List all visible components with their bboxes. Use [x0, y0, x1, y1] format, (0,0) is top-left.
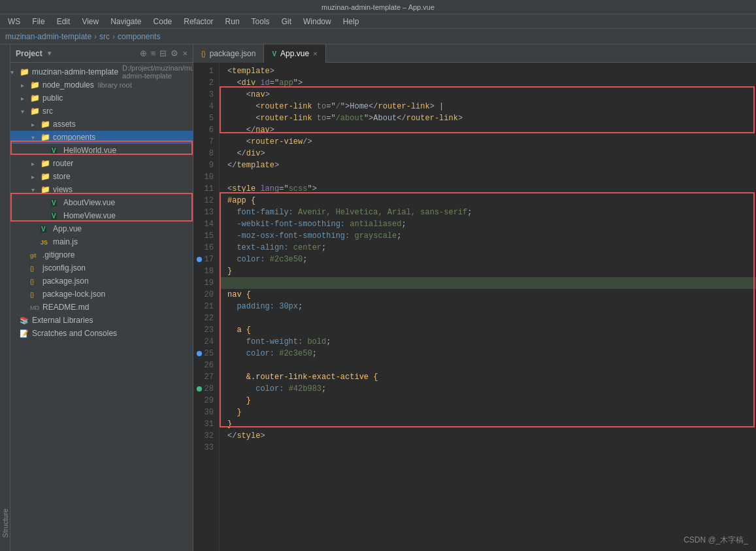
menu-item-git[interactable]: Git: [276, 16, 297, 27]
tree-item-public[interactable]: ▸📁public: [10, 92, 193, 105]
tree-icon-packagelockjson: {}: [30, 290, 41, 299]
tab-package[interactable]: {}package.json: [193, 44, 264, 63]
tab-icon-package: {}: [201, 49, 206, 58]
menu-item-ws[interactable]: WS: [3, 16, 25, 27]
tab-close-appvue[interactable]: ×: [313, 50, 317, 58]
collapse-icon[interactable]: ≡: [151, 48, 156, 58]
tree-item-store[interactable]: ▸📁store: [10, 170, 193, 183]
tree-label-store: store: [53, 172, 71, 181]
tree-icon-views: 📁: [41, 185, 51, 194]
menu-item-code[interactable]: Code: [148, 16, 178, 27]
menu-item-view[interactable]: View: [76, 16, 104, 27]
line-number-28: 28: [193, 383, 219, 395]
tree-icon-router: 📁: [41, 159, 51, 168]
tree-item-src[interactable]: ▾📁src: [10, 105, 193, 118]
tree-item-assets[interactable]: ▸📁assets: [10, 118, 193, 131]
code-line-14: -webkit-font-smoothing: antialiased;: [220, 218, 756, 230]
menu-item-help[interactable]: Help: [338, 16, 365, 27]
menu-item-refactor[interactable]: Refactor: [178, 16, 218, 27]
tree-item-homeview[interactable]: VHomeView.vue: [10, 209, 193, 222]
editor-content: 1234567891011121314151617181920212223242…: [193, 63, 756, 551]
code-line-15: -moz-osx-font-smoothing: grayscale;: [220, 230, 756, 242]
menu-item-navigate[interactable]: Navigate: [105, 16, 146, 27]
tree-arrow-root: ▾: [10, 69, 20, 76]
tree-label-router: router: [53, 159, 73, 168]
breadcrumb: muzinan-admin-template › src › component…: [0, 29, 756, 44]
line-number-6: 6: [193, 124, 219, 136]
code-line-27: &.router-link-exact-active {: [220, 371, 756, 383]
tree-item-router[interactable]: ▸📁router: [10, 157, 193, 170]
tree-label-packagejson: package.json: [42, 276, 89, 286]
tree-arrow-views: ▾: [31, 186, 41, 193]
line-number-25: 25: [193, 348, 219, 359]
tree-item-packagelockjson[interactable]: {}package-lock.json: [10, 288, 193, 301]
code-line-3: <nav>: [220, 89, 756, 101]
menu-item-run[interactable]: Run: [220, 16, 245, 27]
line-number-9: 9: [193, 159, 219, 171]
tree-item-helloworld[interactable]: VHelloWorld.vue: [10, 144, 193, 157]
code-line-13: font-family: Avenir, Helvetica, Arial, s…: [220, 207, 756, 218]
tab-label-appvue: App.vue: [280, 49, 309, 58]
settings-icon[interactable]: ⚙: [171, 48, 178, 58]
sidebar-tree: ▾📁muzinan-admin-templateD:/project/muzin…: [10, 63, 193, 551]
tree-item-gitignore[interactable]: git.gitignore: [10, 248, 193, 261]
line-number-18: 18: [193, 265, 219, 277]
tree-item-extlibs[interactable]: 📚External Libraries: [10, 314, 193, 327]
code-line-21: padding: 30px;: [220, 301, 756, 312]
tree-item-packagejson[interactable]: {}package.json: [10, 275, 193, 288]
tree-item-aboutview[interactable]: VAboutView.vue: [10, 196, 193, 209]
tree-item-root[interactable]: ▾📁muzinan-admin-templateD:/project/muzin…: [10, 65, 193, 78]
sidebar-dropdown-icon[interactable]: ▼: [46, 50, 53, 57]
line-number-31: 31: [193, 418, 219, 430]
tree-item-appvue[interactable]: VApp.vue: [10, 222, 193, 235]
tree-label-node_modules: node_modules: [42, 80, 94, 90]
tree-icon-scratches: 📝: [20, 329, 30, 338]
tree-item-jsconfigjson[interactable]: {}jsconfig.json: [10, 261, 193, 275]
line-number-29: 29: [193, 395, 219, 407]
line-number-27: 27: [193, 371, 219, 383]
menu-item-edit[interactable]: Edit: [52, 16, 76, 27]
tree-arrow-router: ▸: [31, 160, 41, 167]
menu-item-window[interactable]: Window: [298, 16, 337, 27]
tree-icon-extlibs: 📚: [20, 316, 30, 325]
expand-icon[interactable]: ⊟: [159, 48, 167, 58]
tree-label-mainjs: main.js: [53, 237, 78, 246]
tree-note-node_modules: library root: [98, 81, 132, 89]
watermark: CSDN @_木字稿_: [683, 535, 748, 546]
line-numbers: 1234567891011121314151617181920212223242…: [193, 63, 220, 551]
tree-label-assets: assets: [53, 120, 76, 129]
tree-label-gitignore: .gitignore: [42, 250, 74, 259]
tree-item-components[interactable]: ▾📁components: [10, 131, 193, 144]
breadcrumb-part-0[interactable]: muzinan-admin-template: [5, 32, 91, 41]
code-line-19: [220, 277, 756, 289]
breakpoint-25: [197, 351, 202, 356]
tree-arrow-assets: ▸: [31, 121, 41, 128]
breadcrumb-part-1[interactable]: src: [99, 32, 110, 41]
tree-icon-mainjs: JS: [41, 237, 51, 246]
tree-icon-assets: 📁: [41, 120, 51, 129]
close-sidebar-icon[interactable]: ×: [182, 48, 188, 58]
tree-item-node_modules[interactable]: ▸📁node_moduleslibrary root: [10, 78, 193, 92]
structure-tab[interactable]: Structure: [0, 44, 10, 551]
tree-label-aboutview: AboutView.vue: [63, 198, 115, 207]
tree-item-views[interactable]: ▾📁views: [10, 183, 193, 196]
code-line-20: nav {: [220, 289, 756, 301]
tab-appvue[interactable]: VApp.vue×: [264, 44, 325, 63]
menu-item-tools[interactable]: Tools: [246, 16, 275, 27]
code-area[interactable]: <template> <div id="app"> <nav> <router-…: [220, 63, 756, 551]
code-line-31: }: [220, 418, 756, 430]
code-line-26: [220, 359, 756, 371]
tree-item-mainjs[interactable]: JSmain.js: [10, 235, 193, 248]
tree-item-readmemd[interactable]: MDREADME.md: [10, 301, 193, 314]
tree-path-root: D:/project/muzinan/muzinan-admin-templat…: [122, 64, 193, 80]
locate-icon[interactable]: ⊕: [140, 48, 147, 58]
breadcrumb-part-2[interactable]: components: [118, 32, 160, 41]
menu-item-file[interactable]: File: [27, 16, 50, 27]
tree-item-scratches[interactable]: 📝Scratches and Consoles: [10, 327, 193, 340]
tree-icon-helloworld: V: [51, 146, 61, 155]
tree-icon-homeview: V: [51, 211, 61, 220]
editor-area: {}package.jsonVApp.vue× 1234567891011121…: [193, 44, 756, 551]
tree-label-homeview: HomeView.vue: [63, 211, 116, 220]
tree-label-views: views: [53, 185, 73, 194]
tree-arrow-store: ▸: [31, 173, 41, 180]
